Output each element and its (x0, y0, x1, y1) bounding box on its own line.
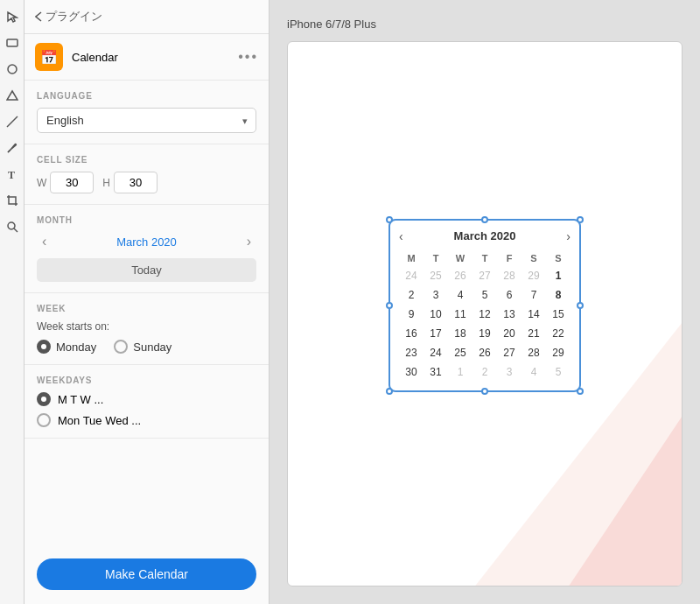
next-month-button[interactable]: › (242, 232, 256, 251)
list-item[interactable]: 29 (546, 343, 570, 362)
list-item[interactable]: 25 (448, 343, 472, 362)
svg-text:T: T (8, 169, 15, 180)
handle-tr[interactable] (577, 216, 584, 223)
list-item[interactable]: 5 (472, 285, 497, 305)
back-button[interactable]: プラグイン (35, 9, 102, 25)
list-item[interactable]: 1 (448, 362, 472, 382)
handle-mr[interactable] (577, 302, 584, 309)
height-group: H (102, 172, 158, 193)
handle-bm[interactable] (481, 388, 488, 395)
list-item[interactable]: 18 (448, 324, 472, 343)
width-group: W (37, 172, 94, 193)
toolbar-triangle[interactable] (3, 86, 22, 105)
list-item[interactable]: 7 (522, 285, 546, 305)
list-item[interactable]: 14 (522, 305, 546, 324)
weekday-short-radio[interactable] (37, 392, 51, 406)
weekday-long-radio[interactable] (37, 413, 51, 427)
sunday-radio[interactable] (114, 340, 128, 354)
list-item[interactable]: 13 (497, 305, 522, 324)
toolbar-text[interactable]: T (3, 165, 22, 184)
prev-month-button[interactable]: ‹ (37, 232, 52, 251)
list-item[interactable]: 21 (522, 324, 546, 343)
plugin-menu-button[interactable]: ••• (238, 49, 258, 65)
device-label: iPhone 6/7/8 Plus (287, 18, 682, 31)
width-input[interactable] (50, 172, 94, 193)
list-item[interactable]: 10 (424, 305, 448, 324)
handle-bl[interactable] (386, 388, 393, 395)
list-item[interactable]: 29 (522, 266, 546, 285)
device-frame: ‹ March 2020 › M T W T F S S (287, 41, 682, 586)
weekday-short-option[interactable]: M T W ... (37, 392, 256, 406)
height-input[interactable] (114, 172, 158, 193)
list-item[interactable]: 9 (399, 305, 424, 324)
toolbar-search[interactable] (3, 217, 22, 236)
list-item[interactable]: 20 (497, 324, 522, 343)
list-item[interactable]: 1 (546, 266, 570, 285)
list-item[interactable]: 24 (424, 343, 448, 362)
sunday-option[interactable]: Sunday (114, 340, 172, 354)
list-item[interactable]: 2 (399, 285, 424, 305)
handle-tl[interactable] (386, 216, 393, 223)
list-item[interactable]: 30 (399, 362, 424, 382)
toolbar-select[interactable] (3, 7, 22, 26)
list-item[interactable]: 4 (522, 362, 546, 382)
list-item[interactable]: 25 (424, 266, 448, 285)
list-item[interactable]: 2 (472, 362, 497, 382)
svg-point-1 (8, 65, 17, 74)
list-item[interactable]: 26 (448, 266, 472, 285)
list-item[interactable]: 16 (399, 324, 424, 343)
plugin-item: 📅 Calendar ••• (24, 34, 269, 81)
list-item[interactable]: 19 (472, 324, 497, 343)
today-button[interactable]: Today (37, 258, 256, 282)
list-item[interactable]: 31 (424, 362, 448, 382)
list-item[interactable]: 12 (472, 305, 497, 324)
list-item[interactable]: 26 (472, 343, 497, 362)
language-dropdown-wrapper: English Japanese French German Spanish ▾ (37, 108, 256, 133)
list-item[interactable]: 23 (399, 343, 424, 362)
sidebar: プラグイン 📅 Calendar ••• LANGUAGE English Ja… (24, 0, 270, 604)
monday-radio[interactable] (37, 340, 51, 354)
table-row: 2425262728291 (399, 266, 570, 285)
cell-size-row: W H (37, 172, 256, 193)
cal-days-header: M T W T F S S (399, 250, 570, 266)
svg-point-3 (8, 222, 15, 229)
language-label: LANGUAGE (37, 91, 256, 101)
list-item[interactable]: 27 (497, 343, 522, 362)
cal-title: March 2020 (454, 229, 516, 242)
cal-next-button[interactable]: › (566, 229, 570, 243)
handle-ml[interactable] (386, 302, 393, 309)
cal-prev-button[interactable]: ‹ (399, 229, 403, 243)
handle-tm[interactable] (481, 216, 488, 223)
handle-br[interactable] (577, 388, 584, 395)
list-item[interactable]: 4 (448, 285, 472, 305)
list-item[interactable]: 3 (424, 285, 448, 305)
table-row: 16171819202122 (399, 324, 570, 343)
list-item[interactable]: 28 (497, 266, 522, 285)
list-item[interactable]: 5 (546, 362, 570, 382)
toolbar-line[interactable] (3, 112, 22, 131)
table-row: 23242526272829 (399, 343, 570, 362)
w-label: W (37, 177, 46, 189)
week-start-options: Monday Sunday (37, 340, 256, 354)
toolbar-rectangle[interactable] (3, 33, 22, 53)
cal-header: ‹ March 2020 › (399, 229, 570, 243)
toolbar-crop[interactable] (3, 191, 22, 210)
list-item[interactable]: 8 (546, 285, 570, 305)
language-dropdown[interactable]: English Japanese French German Spanish (37, 108, 256, 133)
monday-option[interactable]: Monday (37, 340, 96, 354)
day-s2: S (546, 250, 570, 266)
list-item[interactable]: 17 (424, 324, 448, 343)
make-calendar-button[interactable]: Make Calendar (37, 558, 256, 590)
toolbar-circle[interactable] (3, 60, 22, 79)
list-item[interactable]: 6 (497, 285, 522, 305)
toolbar-pen[interactable] (3, 138, 22, 158)
list-item[interactable]: 24 (399, 266, 424, 285)
weekday-long-option[interactable]: Mon Tue Wed ... (37, 413, 256, 427)
list-item[interactable]: 22 (546, 324, 570, 343)
list-item[interactable]: 11 (448, 305, 472, 324)
list-item[interactable]: 28 (522, 343, 546, 362)
list-item[interactable]: 3 (497, 362, 522, 382)
list-item[interactable]: 27 (472, 266, 497, 285)
month-label: MONTH (37, 215, 256, 225)
list-item[interactable]: 15 (546, 305, 570, 324)
